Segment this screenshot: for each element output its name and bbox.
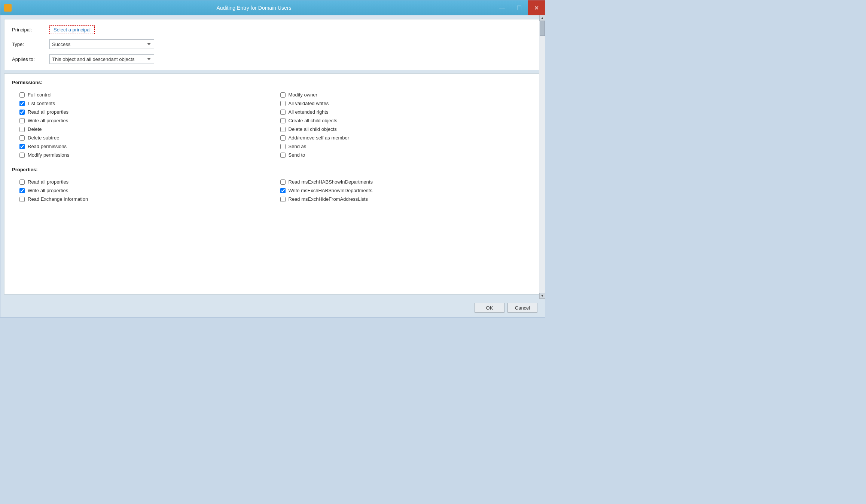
scroll-thumb[interactable] bbox=[540, 21, 545, 36]
applies-to-label: Applies to: bbox=[12, 56, 49, 62]
perm-full-control-row: Full control bbox=[12, 90, 273, 99]
ok-button[interactable]: OK bbox=[475, 303, 504, 313]
close-button[interactable]: ✕ bbox=[528, 0, 545, 15]
cancel-button[interactable]: Cancel bbox=[507, 303, 537, 313]
bottom-bar: OK Cancel bbox=[0, 298, 545, 317]
prop-read-all-label[interactable]: Read all properties bbox=[28, 179, 68, 185]
main-window: Auditing Entry for Domain Users — ☐ ✕ Pr… bbox=[0, 0, 545, 317]
top-panel: Principal: Select a principal Type: Succ… bbox=[4, 19, 541, 70]
title-bar-controls: — ☐ ✕ bbox=[493, 0, 545, 15]
scroll-up-button[interactable]: ▲ bbox=[539, 15, 545, 21]
title-bar: Auditing Entry for Domain Users — ☐ ✕ bbox=[0, 0, 545, 15]
applies-to-row: Applies to: This object and all descenda… bbox=[12, 54, 533, 64]
perm-modify-permissions-label[interactable]: Modify permissions bbox=[28, 152, 69, 158]
perm-read-all-props-label[interactable]: Read all properties bbox=[28, 109, 68, 115]
perm-full-control-checkbox[interactable] bbox=[19, 92, 25, 98]
principal-row: Principal: Select a principal bbox=[12, 25, 533, 34]
perm-read-permissions-label[interactable]: Read permissions bbox=[28, 144, 67, 149]
prop-read-exchange-label[interactable]: Read Exchange Information bbox=[28, 196, 88, 202]
perm-delete-subtree-row: Delete subtree bbox=[12, 133, 273, 142]
perm-delete-checkbox[interactable] bbox=[19, 127, 25, 132]
permissions-title: Permissions: bbox=[12, 80, 533, 85]
perm-read-permissions-checkbox[interactable] bbox=[19, 144, 25, 149]
perm-delete-all-child-checkbox[interactable] bbox=[280, 127, 286, 132]
scroll-down-button[interactable]: ▼ bbox=[539, 293, 545, 299]
prop-write-msexch-hab-label[interactable]: Write msExchHABShowInDepartments bbox=[289, 188, 372, 193]
perm-read-permissions-row: Read permissions bbox=[12, 142, 273, 151]
perm-all-validated-row: All validated writes bbox=[273, 99, 534, 108]
perm-all-extended-row: All extended rights bbox=[273, 108, 534, 116]
prop-write-all-checkbox[interactable] bbox=[19, 188, 25, 193]
perm-modify-permissions-row: Modify permissions bbox=[12, 151, 273, 159]
perm-send-to-label[interactable]: Send to bbox=[289, 152, 305, 158]
prop-write-all-row: Write all properties bbox=[12, 186, 273, 195]
prop-write-msexch-hab-checkbox[interactable] bbox=[280, 188, 286, 193]
window-title: Auditing Entry for Domain Users bbox=[15, 5, 493, 11]
prop-read-msexch-hab-checkbox[interactable] bbox=[280, 179, 286, 185]
properties-right-col: Read msExchHABShowInDepartments Write ms… bbox=[273, 178, 534, 203]
permissions-grid: Full control List contents Read all prop… bbox=[12, 90, 533, 159]
app-icon bbox=[4, 4, 12, 12]
select-principal-link[interactable]: Select a principal bbox=[49, 25, 95, 34]
perm-delete-all-child-row: Delete all child objects bbox=[273, 125, 534, 133]
perm-send-to-checkbox[interactable] bbox=[280, 153, 286, 158]
perm-read-all-props-checkbox[interactable] bbox=[19, 110, 25, 115]
permissions-left-col: Full control List contents Read all prop… bbox=[12, 90, 273, 159]
properties-grid: Read all properties Write all properties… bbox=[12, 178, 533, 203]
type-dropdown[interactable]: Success bbox=[49, 39, 154, 49]
prop-write-all-label[interactable]: Write all properties bbox=[28, 188, 68, 193]
perm-add-remove-self-label[interactable]: Add/remove self as member bbox=[289, 135, 350, 141]
perm-send-as-checkbox[interactable] bbox=[280, 144, 286, 149]
perm-send-to-row: Send to bbox=[273, 151, 534, 159]
prop-write-msexch-hab-row: Write msExchHABShowInDepartments bbox=[273, 186, 534, 195]
scroll-track[interactable] bbox=[539, 21, 545, 293]
perm-add-remove-self-checkbox[interactable] bbox=[280, 135, 286, 141]
properties-title: Properties: bbox=[12, 167, 533, 172]
prop-read-all-row: Read all properties bbox=[12, 178, 273, 186]
window: Auditing Entry for Domain Users — ☐ ✕ Pr… bbox=[0, 0, 545, 317]
perm-modify-owner-label[interactable]: Modify owner bbox=[289, 92, 317, 98]
perm-delete-all-child-label[interactable]: Delete all child objects bbox=[289, 126, 337, 132]
perm-modify-permissions-checkbox[interactable] bbox=[19, 153, 25, 158]
perm-write-all-props-row: Write all properties bbox=[12, 116, 273, 125]
prop-read-msexch-hab-label[interactable]: Read msExchHABShowInDepartments bbox=[289, 179, 373, 185]
perm-modify-owner-row: Modify owner bbox=[273, 90, 534, 99]
permissions-panel: Permissions: Full control List contents bbox=[4, 73, 541, 295]
permissions-right-col: Modify owner All validated writes All ex… bbox=[273, 90, 534, 159]
prop-read-msexch-hide-checkbox[interactable] bbox=[280, 197, 286, 202]
perm-list-contents-row: List contents bbox=[12, 99, 273, 108]
perm-create-all-child-row: Create all child objects bbox=[273, 116, 534, 125]
perm-write-all-props-label[interactable]: Write all properties bbox=[28, 118, 68, 123]
perm-create-all-child-checkbox[interactable] bbox=[280, 118, 286, 123]
perm-delete-subtree-label[interactable]: Delete subtree bbox=[28, 135, 60, 141]
vertical-scrollbar[interactable]: ▲ ▼ bbox=[539, 15, 545, 299]
prop-read-msexch-hide-label[interactable]: Read msExchHideFromAddressLists bbox=[289, 196, 368, 202]
perm-list-contents-label[interactable]: List contents bbox=[28, 101, 55, 106]
perm-delete-row: Delete bbox=[12, 125, 273, 133]
perm-write-all-props-checkbox[interactable] bbox=[19, 118, 25, 123]
perm-add-remove-self-row: Add/remove self as member bbox=[273, 133, 534, 142]
perm-delete-label[interactable]: Delete bbox=[28, 126, 42, 132]
perm-create-all-child-label[interactable]: Create all child objects bbox=[289, 118, 338, 123]
properties-left-col: Read all properties Write all properties… bbox=[12, 178, 273, 203]
applies-to-dropdown[interactable]: This object and all descendant objects bbox=[49, 54, 154, 64]
minimize-button[interactable]: — bbox=[493, 0, 510, 15]
perm-all-extended-label[interactable]: All extended rights bbox=[289, 109, 329, 115]
prop-read-all-checkbox[interactable] bbox=[19, 179, 25, 185]
perm-delete-subtree-checkbox[interactable] bbox=[19, 135, 25, 141]
prop-read-msexch-hab-row: Read msExchHABShowInDepartments bbox=[273, 178, 534, 186]
content-area: Principal: Select a principal Type: Succ… bbox=[0, 15, 545, 298]
perm-all-validated-checkbox[interactable] bbox=[280, 101, 286, 106]
perm-send-as-label[interactable]: Send as bbox=[289, 144, 307, 149]
perm-all-validated-label[interactable]: All validated writes bbox=[289, 101, 329, 106]
perm-modify-owner-checkbox[interactable] bbox=[280, 92, 286, 98]
principal-label: Principal: bbox=[12, 27, 49, 33]
type-row: Type: Success bbox=[12, 39, 533, 49]
prop-read-msexch-hide-row: Read msExchHideFromAddressLists bbox=[273, 195, 534, 203]
perm-list-contents-checkbox[interactable] bbox=[19, 101, 25, 106]
prop-read-exchange-checkbox[interactable] bbox=[19, 197, 25, 202]
perm-send-as-row: Send as bbox=[273, 142, 534, 151]
maximize-button[interactable]: ☐ bbox=[510, 0, 528, 15]
perm-full-control-label[interactable]: Full control bbox=[28, 92, 52, 98]
perm-all-extended-checkbox[interactable] bbox=[280, 110, 286, 115]
